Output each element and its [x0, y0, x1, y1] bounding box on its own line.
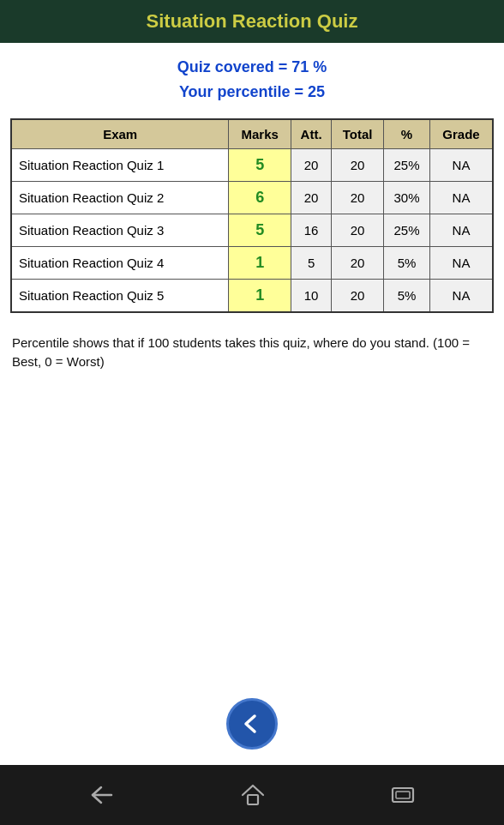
nav-back-arrow-icon — [89, 785, 115, 805]
table-row: Situation Reaction Quiz 5110205%NA — [11, 279, 493, 312]
recents-icon — [391, 785, 415, 805]
cell-marks: 6 — [229, 181, 291, 214]
table-row: Situation Reaction Quiz 35162025%NA — [11, 214, 493, 246]
cell-grade: NA — [430, 246, 493, 279]
cell-exam: Situation Reaction Quiz 3 — [11, 214, 229, 246]
cell-att: 20 — [291, 148, 331, 181]
nav-recents-icon[interactable] — [391, 785, 415, 805]
cell-total: 20 — [332, 279, 384, 312]
cell-att: 20 — [291, 181, 331, 214]
col-exam: Exam — [11, 119, 229, 149]
cell-grade: NA — [430, 214, 493, 246]
col-grade: Grade — [430, 119, 493, 149]
cell-total: 20 — [332, 246, 384, 279]
nav-home-icon[interactable] — [241, 783, 265, 807]
cell-exam: Situation Reaction Quiz 2 — [11, 181, 229, 214]
cell-percent: 5% — [383, 279, 429, 312]
your-percentile: Your percentile = 25 — [9, 80, 495, 105]
cell-marks: 5 — [229, 214, 291, 246]
cell-exam: Situation Reaction Quiz 5 — [11, 279, 229, 312]
cell-marks: 5 — [229, 148, 291, 181]
col-percent: % — [383, 119, 429, 149]
svg-rect-1 — [248, 795, 258, 804]
cell-percent: 25% — [383, 148, 429, 181]
quiz-covered: Quiz covered = 71 % — [9, 55, 495, 80]
cell-marks: 1 — [229, 279, 291, 312]
cell-exam: Situation Reaction Quiz 1 — [11, 148, 229, 181]
note-section: Percentile shows that if 100 students ta… — [0, 322, 504, 681]
cell-att: 10 — [291, 279, 331, 312]
table-row: Situation Reaction Quiz 415205%NA — [11, 246, 493, 279]
col-total: Total — [332, 119, 384, 149]
nav-back-icon[interactable] — [89, 785, 115, 805]
col-att: Att. — [291, 119, 331, 149]
back-button-section — [0, 681, 504, 765]
cell-att: 5 — [291, 246, 331, 279]
col-marks: Marks — [229, 119, 291, 149]
results-table: Exam Marks Att. Total % Grade Situation … — [10, 118, 494, 313]
cell-exam: Situation Reaction Quiz 4 — [11, 246, 229, 279]
cell-att: 16 — [291, 214, 331, 246]
table-row: Situation Reaction Quiz 26202030%NA — [11, 181, 493, 214]
back-button[interactable] — [226, 698, 278, 750]
quiz-stats: Quiz covered = 71 % Your percentile = 25 — [0, 43, 504, 113]
cell-grade: NA — [430, 279, 493, 312]
cell-grade: NA — [430, 181, 493, 214]
cell-marks: 1 — [229, 246, 291, 279]
app-header: Situation Reaction Quiz — [0, 0, 504, 43]
navigation-bar — [0, 765, 504, 825]
home-icon — [241, 783, 265, 807]
app-title: Situation Reaction Quiz — [147, 10, 358, 32]
cell-total: 20 — [332, 181, 384, 214]
table-body: Situation Reaction Quiz 15202025%NASitua… — [11, 148, 493, 312]
cell-grade: NA — [430, 148, 493, 181]
cell-percent: 25% — [383, 214, 429, 246]
cell-percent: 5% — [383, 246, 429, 279]
cell-percent: 30% — [383, 181, 429, 214]
back-arrow-icon — [239, 711, 265, 737]
table-section: Exam Marks Att. Total % Grade Situation … — [0, 113, 504, 322]
cell-total: 20 — [332, 214, 384, 246]
table-row: Situation Reaction Quiz 15202025%NA — [11, 148, 493, 181]
cell-total: 20 — [332, 148, 384, 181]
table-header-row: Exam Marks Att. Total % Grade — [11, 119, 493, 149]
svg-rect-3 — [396, 792, 410, 798]
percentile-note: Percentile shows that if 100 students ta… — [12, 335, 470, 370]
